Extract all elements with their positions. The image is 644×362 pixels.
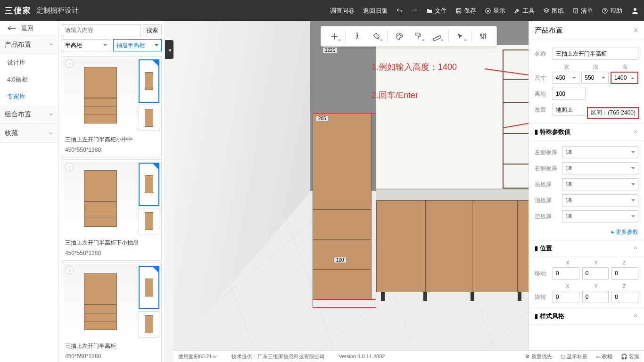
save-button[interactable]: 保存 <box>455 7 476 15</box>
accordion-special-params[interactable]: ▮特殊参数值 <box>529 123 644 140</box>
rot-z[interactable]: 0 <box>611 291 638 303</box>
dim-label: 尺寸 <box>535 74 550 82</box>
thumb[interactable] <box>139 163 159 206</box>
section-product-layout[interactable]: 产品布置 <box>0 35 58 54</box>
filter-category[interactable]: 半高柜 <box>62 39 110 51</box>
back-button[interactable]: 返回 <box>0 21 58 35</box>
width-field[interactable]: 450 <box>553 72 579 84</box>
top-thick-field[interactable]: 18 <box>562 194 638 206</box>
nav-4-0-cabinet[interactable]: 4.0橱柜 <box>0 71 58 88</box>
more-params-link[interactable]: ▸ 更多参数 <box>529 226 644 240</box>
accordion-style[interactable]: ▮样式风格 <box>529 308 644 325</box>
svg-point-12 <box>480 34 482 36</box>
file-menu[interactable]: 文件 <box>426 7 447 15</box>
search-input[interactable] <box>62 24 141 36</box>
product-name: 三抽上左开门半高柜小中中 <box>63 133 160 147</box>
bottom-thick-field[interactable]: 18 <box>562 178 638 190</box>
tool-pointer[interactable] <box>451 27 470 46</box>
tool-ruler[interactable] <box>428 27 446 46</box>
name-field[interactable]: 三抽上左开门半高柜 <box>553 48 638 60</box>
help-menu[interactable]: 帮助 <box>602 7 622 15</box>
area-info: 使用面积83.21㎡ <box>178 353 217 360</box>
ground-field[interactable]: 100 <box>553 88 586 100</box>
product-card[interactable]: ☆ 三抽上左开门半高柜 450*550*1380 <box>62 263 162 362</box>
svg-point-1 <box>487 10 489 12</box>
product-dim: 450*550*1380 <box>63 147 160 156</box>
old-version-link[interactable]: 返回旧版 <box>363 7 388 15</box>
tool-roller[interactable] <box>409 27 428 46</box>
right-thick-field[interactable]: 18 <box>562 162 638 174</box>
redo-icon[interactable] <box>411 8 418 14</box>
product-dim: 450*550*1380 <box>63 353 160 362</box>
favorite-icon[interactable]: ☆ <box>65 163 74 171</box>
place-label: 放置 <box>535 106 550 114</box>
app-title: 定制橱柜设计 <box>36 6 79 15</box>
left-sidebar: 返回 产品布置 设计库 4.0橱柜 专家库 组合布置 收藏 <box>0 21 59 362</box>
section-favorites[interactable]: 收藏 <box>0 124 58 143</box>
nav-expert-lib[interactable]: 专家库 <box>0 88 58 105</box>
svg-point-2 <box>486 8 491 13</box>
product-dim: 450*550*1380 <box>63 250 160 259</box>
favorite-icon[interactable]: ☆ <box>65 266 74 274</box>
status-bar: 使用面积83.21㎡ 技术提供：广东三维家信息科技有限公司 Version:3.… <box>173 350 644 362</box>
range-tooltip: 区间：(765-2400) <box>587 107 639 119</box>
tool-add[interactable] <box>325 27 344 46</box>
thumb[interactable] <box>139 105 159 131</box>
product-name: 三抽上左开门半高柜下小抽屉 <box>63 236 160 250</box>
move-z[interactable]: 0 <box>611 267 638 280</box>
close-icon[interactable]: × <box>633 25 638 35</box>
favorite-icon[interactable]: ☆ <box>65 59 74 68</box>
svg-point-14 <box>485 34 486 35</box>
thumb[interactable] <box>139 59 159 103</box>
thumb[interactable] <box>139 266 159 309</box>
version-info: Version:3.0.11.2002 <box>339 354 385 359</box>
material-toggle[interactable]: ◫ 显示材质 <box>561 353 587 360</box>
height-field[interactable]: 1400 <box>611 72 638 84</box>
dim-label: 205 <box>316 115 329 122</box>
tool-menu[interactable]: 工具 <box>514 7 535 15</box>
thumb[interactable] <box>139 311 159 337</box>
list-menu[interactable]: 清单 <box>572 7 593 15</box>
svg-point-7 <box>397 35 398 36</box>
left-thick-field[interactable]: 18 <box>562 146 638 158</box>
user-icon[interactable] <box>631 7 639 15</box>
product-card[interactable]: ☆ 三抽上左开门半高柜小中中 450*550*1380 <box>62 56 162 157</box>
collapse-handle[interactable]: ◂ <box>165 40 173 59</box>
drawing-menu[interactable]: 图纸 <box>543 7 564 15</box>
search-button[interactable]: 搜索 <box>143 24 162 36</box>
tool-walk[interactable] <box>348 27 367 46</box>
panel-title: 产品布置 <box>535 26 563 35</box>
support-link[interactable]: 🎧 客服 <box>621 353 639 360</box>
svg-point-5 <box>634 8 636 11</box>
display-menu[interactable]: 显示 <box>485 7 505 15</box>
svg-rect-0 <box>456 8 461 13</box>
survey-link[interactable]: 调查问卷 <box>330 7 355 15</box>
product-library: 搜索 半高柜 抽屉半高柜 ☆ 三抽上左开门半高柜小中中 450*550*1380… <box>59 21 165 362</box>
viewport-toolbar <box>321 26 497 47</box>
ground-label: 离地 <box>535 90 550 98</box>
move-x[interactable]: 0 <box>553 267 579 280</box>
tool-palette[interactable] <box>390 27 409 46</box>
properties-panel: 产品布置 × 名称 三抽上左开门半高柜 宽深高 尺寸 450 550 1400 … <box>528 21 644 350</box>
shelf-thick-field[interactable]: 18 <box>562 210 638 222</box>
tool-settings[interactable] <box>474 27 493 46</box>
nav-design-lib[interactable]: 设计库 <box>0 54 58 71</box>
svg-rect-10 <box>415 33 420 35</box>
thumb[interactable] <box>139 208 159 234</box>
undo-icon[interactable] <box>396 8 403 14</box>
tool-bucket[interactable] <box>367 27 386 46</box>
product-name: 三抽上左开门半高柜 <box>63 339 160 353</box>
section-combo-layout[interactable]: 组合布置 <box>0 105 58 124</box>
accordion-position[interactable]: ▮位置 <box>529 240 644 257</box>
move-y[interactable]: 0 <box>582 267 609 280</box>
rot-y[interactable]: 0 <box>582 291 609 303</box>
rot-x[interactable]: 0 <box>553 291 579 303</box>
product-card[interactable]: ☆ 三抽上左开门半高柜下小抽屉 450*550*1380 <box>62 159 162 261</box>
depth-field[interactable]: 550 <box>581 72 608 84</box>
svg-rect-11 <box>433 35 441 41</box>
tutorial-link[interactable]: ▭ 教程 <box>596 353 612 360</box>
back-label: 返回 <box>21 24 33 33</box>
filter-subcategory[interactable]: 抽屉半高柜 <box>113 39 162 51</box>
annotation-2: 2.回车/Enter <box>372 90 418 101</box>
quality-toggle[interactable]: ⚙ 质量优先 <box>525 353 552 360</box>
